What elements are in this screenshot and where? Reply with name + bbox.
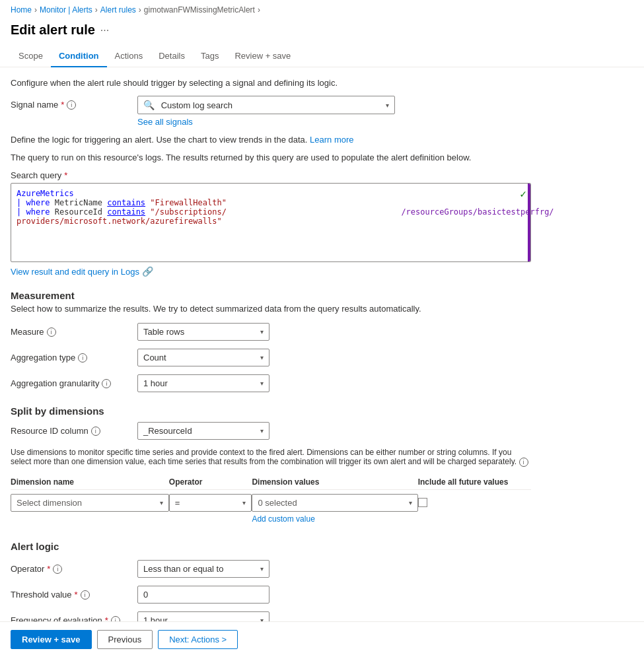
resource-id-info-icon[interactable]: i xyxy=(91,427,100,436)
breadcrumb-monitor[interactable]: Monitor | Alerts xyxy=(40,5,92,15)
tab-tags[interactable]: Tags xyxy=(193,46,227,67)
search-query-label: Search query * xyxy=(11,170,531,180)
more-options-button[interactable]: ··· xyxy=(100,24,109,36)
page-title: Edit alert rule xyxy=(11,22,95,38)
resource-id-chevron: ▾ xyxy=(260,427,264,434)
aggregation-type-row: Aggregation type i Count ▾ xyxy=(11,349,531,366)
signal-name-dropdown[interactable]: 🔍 Custom log search ▾ xyxy=(137,96,395,114)
include-future-values-container xyxy=(418,494,531,507)
main-content: Configure when the alert rule should tri… xyxy=(0,67,542,657)
query-line-4: providers/microsoft.network/azurefirewal… xyxy=(17,217,525,226)
aggregation-granularity-chevron: ▾ xyxy=(260,380,264,387)
threshold-value-input[interactable] xyxy=(137,586,269,604)
signal-search-icon: 🔍 xyxy=(143,100,155,110)
resource-id-column-dropdown[interactable]: _ResourceId ▾ xyxy=(137,422,269,440)
signal-name-row: Signal name * i 🔍 Custom log search ▾ Se… xyxy=(11,96,531,127)
tab-condition[interactable]: Condition xyxy=(51,46,107,67)
threshold-row: Threshold value * i xyxy=(11,586,531,604)
dimension-name-dropdown[interactable]: Select dimension ▾ xyxy=(11,494,169,512)
dimension-values-dropdown[interactable]: 0 selected ▾ xyxy=(252,494,417,512)
condition-description: Configure when the alert rule should tri… xyxy=(11,78,531,88)
aggregation-granularity-label: Aggregation granularity i xyxy=(11,374,129,388)
see-all-signals-link[interactable]: See all signals xyxy=(137,117,395,127)
previous-button[interactable]: Previous xyxy=(97,630,153,649)
dim-future-header: Include all future values xyxy=(418,475,531,490)
dim-values-header: Dimension values xyxy=(252,475,417,490)
aggregation-granularity-dropdown[interactable]: 1 hour ▾ xyxy=(137,374,269,392)
tab-bar: Scope Condition Actions Details Tags Rev… xyxy=(0,46,644,67)
aggregation-type-chevron: ▾ xyxy=(260,354,264,361)
dimension-operator-chevron: ▾ xyxy=(242,499,246,506)
tab-details[interactable]: Details xyxy=(151,46,193,67)
tab-actions[interactable]: Actions xyxy=(107,46,151,67)
learn-more-link[interactable]: Learn more xyxy=(310,135,353,145)
measurement-title: Measurement xyxy=(11,290,531,301)
aggregation-type-dropdown[interactable]: Count ▾ xyxy=(137,349,269,366)
measure-dropdown[interactable]: Table rows ▾ xyxy=(137,323,269,341)
query-section: The query to run on this resource's logs… xyxy=(11,153,531,277)
measurement-desc: Select how to summarize the results. We … xyxy=(11,304,531,314)
tab-review-save[interactable]: Review + save xyxy=(227,46,299,67)
resource-id-column-row: Resource ID column i _ResourceId ▾ xyxy=(11,422,531,440)
page-header: Edit alert rule ··· xyxy=(0,20,644,46)
breadcrumb-alert-rules[interactable]: Alert rules xyxy=(100,5,136,15)
review-save-button[interactable]: Review + save xyxy=(11,630,92,649)
operator-label: Operator * i xyxy=(11,560,129,574)
signal-dropdown-chevron: ▾ xyxy=(386,102,389,109)
logs-icon: 🔗 xyxy=(142,266,153,277)
dim-name-header: Dimension name xyxy=(11,475,169,490)
resource-id-column-label: Resource ID column i xyxy=(11,422,129,436)
breadcrumb-current: gimotwanFWMissingMetricAlert xyxy=(144,5,255,15)
query-section-desc: The query to run on this resource's logs… xyxy=(11,153,531,162)
query-line-3: | where ResourceId contains "/subscripti… xyxy=(17,207,525,217)
view-query-link[interactable]: View result and edit query in Logs 🔗 xyxy=(11,266,531,277)
aggregation-type-info-icon[interactable]: i xyxy=(78,353,87,363)
operator-row: Operator * i Less than or equal to ▾ xyxy=(11,560,531,578)
measure-label: Measure i xyxy=(11,323,129,337)
dimensions-table: Dimension name Operator Dimension values… xyxy=(11,475,531,528)
dimensions-info-icon[interactable]: i xyxy=(519,458,528,467)
aggregation-type-label: Aggregation type i xyxy=(11,349,129,363)
measure-chevron: ▾ xyxy=(260,328,264,335)
dimension-name-chevron: ▾ xyxy=(160,499,163,506)
operator-chevron: ▾ xyxy=(260,565,264,572)
signal-name-label: Signal name * i xyxy=(11,96,129,110)
table-row: Select dimension ▾ = ▾ 0 selected ▾ Add xyxy=(11,490,531,528)
footer: Review + save Previous Next: Actions > xyxy=(0,621,644,657)
search-query-input[interactable]: AzureMetrics | where MetricName contains… xyxy=(11,183,531,262)
include-future-values-checkbox[interactable] xyxy=(418,498,427,507)
alert-logic-title: Alert logic xyxy=(11,541,531,552)
aggregation-granularity-row: Aggregation granularity i 1 hour ▾ xyxy=(11,374,531,392)
threshold-info-icon[interactable]: i xyxy=(81,590,90,600)
add-custom-value-link[interactable]: Add custom value xyxy=(252,514,417,524)
dim-operator-header: Operator xyxy=(169,475,252,490)
signal-name-info-icon[interactable]: i xyxy=(67,100,76,110)
query-line-2: | where MetricName contains "FirewallHea… xyxy=(17,198,525,207)
threshold-label: Threshold value * i xyxy=(11,586,129,600)
query-valid-icon: ✓ xyxy=(520,188,526,200)
split-dimensions-title: Split by dimensions xyxy=(11,405,531,417)
aggregation-granularity-info-icon[interactable]: i xyxy=(102,379,111,388)
operator-info-icon[interactable]: i xyxy=(53,565,62,574)
dimension-values-chevron: ▾ xyxy=(409,499,412,506)
measure-row: Measure i Table rows ▾ xyxy=(11,323,531,341)
query-line-1: AzureMetrics xyxy=(17,189,525,198)
next-actions-button[interactable]: Next: Actions > xyxy=(158,630,238,649)
tab-scope[interactable]: Scope xyxy=(11,46,51,67)
define-logic-desc: Define the logic for triggering an alert… xyxy=(11,135,531,145)
breadcrumb-home[interactable]: Home xyxy=(11,5,32,15)
measure-info-icon[interactable]: i xyxy=(47,328,56,337)
breadcrumb: Home › Monitor | Alerts › Alert rules › … xyxy=(0,0,644,20)
operator-dropdown[interactable]: Less than or equal to ▾ xyxy=(137,560,269,578)
dimensions-desc: Use dimensions to monitor specific time … xyxy=(11,448,531,467)
query-purple-bar xyxy=(528,184,530,261)
dimension-operator-dropdown[interactable]: = ▾ xyxy=(169,494,252,512)
